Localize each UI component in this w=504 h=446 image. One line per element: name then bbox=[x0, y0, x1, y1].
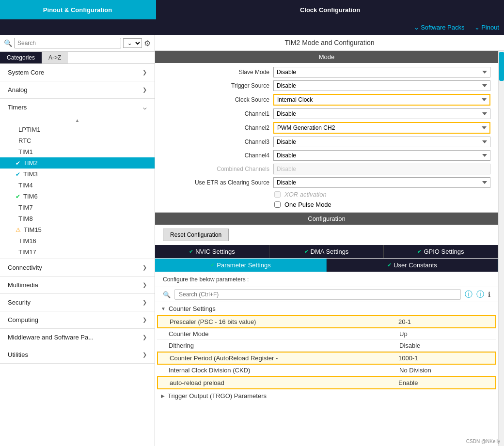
gpio-check-icon: ✔ bbox=[417, 248, 422, 255]
warn-icon: ⚠ bbox=[16, 227, 21, 233]
use-etr-select[interactable]: Disable bbox=[273, 177, 490, 188]
sidebar-item-system-core[interactable]: System Core ❯ bbox=[0, 64, 155, 81]
sidebar: 🔍 ⌄ ⚙ Categories A->Z System Core ❯ Anal… bbox=[0, 35, 155, 446]
channel4-label: Channel4 bbox=[163, 152, 269, 159]
sidebar-item-computing[interactable]: Computing ❯ bbox=[0, 311, 155, 329]
search-params-row: 🔍 ⓘ ⓘ ℹ bbox=[155, 287, 498, 302]
sidebar-list: System Core ❯ Analog ❯ Timers ⌵ ▲ LPTIM bbox=[0, 64, 155, 446]
channel1-select[interactable]: Disable bbox=[273, 108, 490, 119]
sidebar-item-security[interactable]: Security ❯ bbox=[0, 294, 155, 311]
search-icon: 🔍 bbox=[4, 39, 12, 47]
chevron-right-icon: ❯ bbox=[142, 264, 147, 271]
scroll-up-btn[interactable]: ▲ bbox=[0, 117, 155, 124]
search-dropdown[interactable]: ⌄ bbox=[123, 38, 142, 48]
info-circle-icon[interactable]: ⓘ bbox=[465, 290, 472, 300]
xor-label: XOR activation bbox=[284, 191, 327, 198]
scrollbar-thumb[interactable] bbox=[499, 52, 504, 81]
dma-check-icon: ✔ bbox=[304, 248, 309, 255]
sidebar-item-utilities[interactable]: Utilities ❯ bbox=[0, 346, 155, 364]
params-table: ▼ Counter Settings Prescaler (PSC - 16 b… bbox=[155, 302, 498, 446]
chevron-down-icon: ▼ bbox=[161, 306, 166, 311]
mode-form: Slave Mode Disable Trigger Source Disabl… bbox=[155, 63, 498, 213]
sidebar-item-connectivity[interactable]: Connectivity ❯ bbox=[0, 259, 155, 277]
param-auto-reload[interactable]: auto-reload preload Enable bbox=[157, 376, 496, 389]
channel4-select[interactable]: Disable bbox=[273, 150, 490, 161]
software-packs-btn[interactable]: ⌄ Software Packs bbox=[414, 24, 465, 31]
sidebar-item-tim1[interactable]: TIM1 bbox=[0, 146, 155, 157]
chevron-right-icon: ❯ bbox=[142, 317, 147, 323]
tab-categories[interactable]: Categories bbox=[0, 52, 42, 63]
clock-config-title[interactable]: Clock Configuration bbox=[155, 0, 504, 19]
sidebar-item-tim15[interactable]: ⚠ TIM15 bbox=[0, 224, 155, 235]
chevron-right-icon: ❯ bbox=[142, 87, 147, 93]
param-dithering[interactable]: Dithering Disable bbox=[157, 340, 496, 352]
channel2-select[interactable]: PWM Generation CH2 bbox=[273, 122, 490, 134]
sidebar-item-rtc[interactable]: RTC bbox=[0, 135, 155, 146]
trigger-source-label: Trigger Source bbox=[163, 82, 269, 89]
param-counter-period[interactable]: Counter Period (AutoReload Register - 10… bbox=[157, 352, 496, 365]
xor-row: XOR activation bbox=[163, 191, 490, 198]
sidebar-item-analog[interactable]: Analog ❯ bbox=[0, 81, 155, 99]
tabs-row1: ✔ NVIC Settings ✔ DMA Settings ✔ GPIO Se… bbox=[155, 245, 498, 259]
one-pulse-row: One Pulse Mode bbox=[163, 201, 490, 208]
slave-mode-select[interactable]: Disable bbox=[273, 67, 490, 77]
sidebar-item-tim7[interactable]: TIM7 bbox=[0, 202, 155, 213]
sidebar-item-tim6[interactable]: ✔ TIM6 bbox=[0, 191, 155, 202]
gear-button[interactable]: ⚙ bbox=[144, 39, 151, 48]
channel1-label: Channel1 bbox=[163, 110, 269, 117]
one-pulse-checkbox[interactable] bbox=[274, 201, 281, 208]
sidebar-item-tim4[interactable]: TIM4 bbox=[0, 180, 155, 191]
sidebar-item-tim16[interactable]: TIM16 bbox=[0, 235, 155, 246]
sidebar-item-tim17[interactable]: TIM17 bbox=[0, 246, 155, 258]
counter-settings-header[interactable]: ▼ Counter Settings bbox=[157, 302, 496, 315]
search-input[interactable] bbox=[14, 38, 121, 48]
mode-bar: Mode bbox=[155, 51, 498, 63]
param-counter-mode[interactable]: Counter Mode Up bbox=[157, 328, 496, 340]
check-green-icon: ✔ bbox=[16, 193, 20, 200]
sidebar-item-multimedia[interactable]: Multimedia ❯ bbox=[0, 277, 155, 294]
tab-user-constants[interactable]: ✔ User Constants bbox=[327, 259, 498, 272]
clock-source-select[interactable]: Internal Clock bbox=[273, 94, 490, 106]
sidebar-item-tim3[interactable]: ✔ TIM3 bbox=[0, 169, 155, 180]
sidebar-item-timers: Timers ⌵ ▲ LPTIM1 RTC TIM1 bbox=[0, 99, 155, 259]
timers-header[interactable]: Timers ⌵ bbox=[0, 99, 155, 116]
channel2-row: Channel2 PWM Generation CH2 bbox=[163, 122, 490, 134]
tab-az[interactable]: A->Z bbox=[42, 52, 68, 63]
tab-parameter[interactable]: ✔ Parameter Settings bbox=[155, 259, 327, 272]
nvic-check-icon: ✔ bbox=[189, 248, 193, 255]
pinout-config-label: Pinout & Configuration bbox=[43, 6, 112, 14]
tab-dma[interactable]: ✔ DMA Settings bbox=[269, 245, 384, 258]
search-params-input[interactable] bbox=[174, 289, 461, 300]
toolbar-bar: ⌄ Software Packs ⌄ Pinout bbox=[0, 19, 504, 35]
combined-channels-row: Combined Channels Disable bbox=[163, 164, 490, 174]
config-section-bar: Configuration bbox=[155, 213, 498, 225]
search-params-icon: 🔍 bbox=[163, 291, 171, 298]
chevron-down-icon: ⌵ bbox=[143, 104, 147, 111]
param-prescaler[interactable]: Prescaler (PSC - 16 bits value) 20-1 bbox=[157, 315, 496, 328]
chevron-right-icon: ❯ bbox=[142, 352, 147, 358]
trigger-source-select[interactable]: Disable bbox=[273, 80, 490, 91]
channel3-row: Channel3 Disable bbox=[163, 137, 490, 147]
pinout-btn[interactable]: ⌄ Pinout bbox=[474, 24, 500, 31]
param-internal-clock-div[interactable]: Internal Clock Division (CKD) No Divisio… bbox=[157, 365, 496, 376]
panel-title: TIM2 Mode and Configuration bbox=[155, 35, 504, 51]
sidebar-item-tim8[interactable]: TIM8 bbox=[0, 213, 155, 224]
user-check-icon: ✔ bbox=[387, 262, 392, 268]
use-etr-label: Use ETR as Clearing Source bbox=[163, 179, 269, 186]
trigger-output-header[interactable]: ▶ Trigger Output (TRGO) Parameters bbox=[157, 389, 496, 402]
tab-gpio[interactable]: ✔ GPIO Settings bbox=[384, 245, 498, 258]
sidebar-item-tim2[interactable]: ✔ TIM2 bbox=[0, 157, 155, 169]
configure-label: Configure the below parameters : bbox=[155, 272, 498, 287]
scrollbar-track[interactable] bbox=[498, 51, 504, 446]
sidebar-item-middleware[interactable]: Middleware and Software Pa... ❯ bbox=[0, 329, 155, 346]
channel3-select[interactable]: Disable bbox=[273, 137, 490, 147]
help-circle-icon[interactable]: ⓘ bbox=[476, 290, 484, 300]
sidebar-item-lptim1[interactable]: LPTIM1 bbox=[0, 124, 155, 135]
reset-config-button[interactable]: Reset Configuration bbox=[163, 229, 229, 241]
channel4-row: Channel4 Disable bbox=[163, 150, 490, 161]
info-icon[interactable]: ℹ bbox=[488, 291, 490, 298]
clock-config-label: Clock Configuration bbox=[300, 6, 360, 14]
tab-nvic[interactable]: ✔ NVIC Settings bbox=[155, 245, 269, 258]
check-icon: ✔ bbox=[16, 160, 20, 167]
pinout-config-title: Pinout & Configuration bbox=[0, 0, 155, 19]
